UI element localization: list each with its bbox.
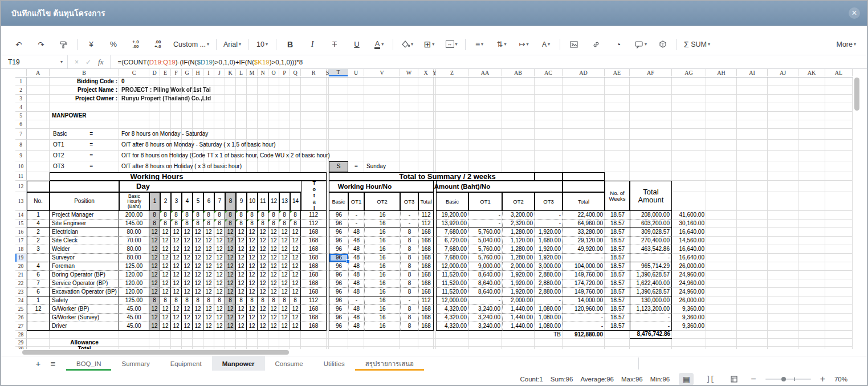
cell-O13[interactable]: 12 — [268, 192, 279, 211]
cell-L25[interactable]: 12 — [236, 305, 247, 314]
cell-I19[interactable]: 12 — [203, 254, 214, 262]
cell-R19[interactable]: 168 — [301, 254, 327, 262]
cell-B25[interactable]: G/Worker (BP) — [50, 305, 119, 314]
cell-X15[interactable]: 112 — [418, 220, 434, 228]
cell-A17[interactable]: 2 — [27, 237, 50, 245]
grid[interactable]: 1234567891011121314151617181920212223242… — [15, 78, 853, 349]
cell-L13[interactable]: 9 — [236, 192, 247, 211]
cell-AD12[interactable] — [563, 181, 605, 192]
cell-D13[interactable]: 1 — [149, 192, 160, 211]
row-header-19[interactable]: 19 — [15, 254, 27, 262]
cell-AC23[interactable]: 2,880.00 — [535, 288, 563, 296]
cell-T21[interactable]: 96 — [329, 271, 348, 279]
cell-AA26[interactable]: 3,240.00 — [468, 314, 502, 322]
cell-G20[interactable]: 12 — [182, 262, 193, 271]
cell-AC20[interactable]: 3,000.00 — [535, 262, 563, 271]
cell-AD16[interactable]: 33,280.00 — [563, 228, 605, 237]
cell-N24[interactable]: 8 — [258, 296, 268, 305]
row-header-30[interactable]: 30 — [15, 347, 27, 349]
col-header-A[interactable]: A — [27, 69, 50, 76]
percent-format-icon[interactable]: % — [105, 38, 122, 51]
col-header-AF[interactable]: AF — [630, 69, 672, 76]
vertical-scrollbar-thumb[interactable] — [854, 78, 859, 111]
cell-Q22[interactable]: 12 — [290, 279, 301, 288]
cell-N14[interactable]: 8 — [258, 211, 268, 220]
cell-P13[interactable]: 13 — [279, 192, 290, 211]
cell-M20[interactable]: 12 — [247, 262, 258, 271]
cell-B12[interactable] — [50, 181, 119, 192]
cell-AE16[interactable]: 18.57 — [605, 228, 630, 237]
cell-K23[interactable]: 12 — [225, 288, 236, 296]
cell-Q15[interactable]: 8 — [290, 220, 301, 228]
cell-AB16[interactable]: 1,280.00 — [502, 228, 535, 237]
cell-AC24[interactable]: - — [535, 296, 563, 305]
cell-A26[interactable] — [27, 314, 50, 322]
row-header-28[interactable]: 28 — [15, 331, 27, 339]
underline-button[interactable]: U — [348, 38, 365, 51]
cell-M13[interactable]: 10 — [247, 192, 258, 211]
insert-link-icon[interactable] — [588, 38, 605, 51]
cell-B22[interactable]: Service Operator (BP) — [50, 279, 119, 288]
cell-AD13[interactable]: Total — [563, 192, 605, 211]
cell-B14[interactable]: Project Manager — [50, 211, 119, 220]
cell-AG26[interactable]: 9,360.00 — [672, 314, 706, 322]
cell-C8[interactable]: O/T after 8 hours on Monday - Saturday (… — [119, 140, 418, 151]
cell-J15[interactable]: 8 — [214, 220, 225, 228]
cell-Q23[interactable]: 12 — [290, 288, 301, 296]
cell-AF22[interactable]: 1,622,400.00 — [630, 279, 672, 288]
cell-V17[interactable]: 16 — [364, 237, 400, 245]
cell-U24[interactable]: - — [348, 296, 364, 305]
cell-H22[interactable]: 12 — [193, 279, 203, 288]
cell-D21[interactable]: 12 — [149, 271, 160, 279]
cell-AF27[interactable]: - — [630, 322, 672, 331]
cell-W21[interactable]: 8 — [400, 271, 418, 279]
row-header-7[interactable]: 7 — [15, 129, 27, 140]
cell-U17[interactable]: 48 — [348, 237, 364, 245]
name-box[interactable]: T19▾ — [1, 55, 68, 68]
cell-K26[interactable]: 12 — [225, 314, 236, 322]
explore-3d-icon[interactable] — [654, 38, 671, 51]
col-header-AA[interactable]: AA — [468, 69, 502, 76]
cell-AC17[interactable]: 1,680.00 — [535, 237, 563, 245]
cell-U14[interactable]: - — [348, 211, 364, 220]
cell-V19[interactable]: 16 — [364, 254, 400, 262]
cell-AG27[interactable]: 9,360.00 — [672, 322, 706, 331]
cell-Q17[interactable]: 12 — [290, 237, 301, 245]
horizontal-scrollbar[interactable] — [1, 349, 867, 356]
bold-button[interactable]: B — [282, 38, 299, 51]
cell-A16[interactable]: 2 — [27, 228, 50, 237]
cell-AF14[interactable]: 208,000.00 — [630, 211, 672, 220]
cell-AE22[interactable]: 18.57 — [605, 279, 630, 288]
cell-C24[interactable]: 125.00 — [119, 296, 149, 305]
merge-cells-button[interactable]: ↔▾ — [443, 38, 460, 51]
row-header-4[interactable]: 4 — [15, 103, 27, 112]
cell-AB19[interactable]: 1,280.00 — [502, 254, 535, 262]
cell-I24[interactable]: 8 — [203, 296, 214, 305]
cell-B9[interactable]: OT2= — [50, 151, 119, 161]
cell-M16[interactable]: 12 — [247, 228, 258, 237]
cell-M25[interactable]: 12 — [247, 305, 258, 314]
close-icon[interactable]: × — [849, 7, 860, 19]
cell-X17[interactable]: 168 — [418, 237, 434, 245]
cell-E26[interactable]: 12 — [160, 314, 171, 322]
cell-AF25[interactable]: 1,123,200.00 — [630, 305, 672, 314]
cell-Z13[interactable]: Basic — [436, 192, 468, 211]
cell-J18[interactable]: 12 — [214, 245, 225, 254]
cell-D26[interactable]: 12 — [149, 314, 160, 322]
cell-V21[interactable]: 16 — [364, 271, 400, 279]
cell-D17[interactable]: 12 — [149, 237, 160, 245]
cell-U20[interactable]: 48 — [348, 262, 364, 271]
undo-icon[interactable]: ↶ — [10, 38, 27, 51]
cell-W18[interactable]: 8 — [400, 245, 418, 254]
cell-H19[interactable]: 12 — [193, 254, 203, 262]
row-header-13[interactable]: 13 — [15, 192, 27, 211]
cell-P25[interactable]: 12 — [279, 305, 290, 314]
cell-X14[interactable]: 112 — [418, 211, 434, 220]
cell-T20[interactable]: 96 — [329, 262, 348, 271]
cell-W15[interactable]: - — [400, 220, 418, 228]
row-header-5[interactable]: 5 — [15, 112, 27, 120]
cell-O18[interactable]: 12 — [268, 245, 279, 254]
cell-Z23[interactable]: 11,520.00 — [436, 288, 468, 296]
cell-V10[interactable]: Sunday — [364, 161, 434, 172]
cell-U21[interactable]: 48 — [348, 271, 364, 279]
